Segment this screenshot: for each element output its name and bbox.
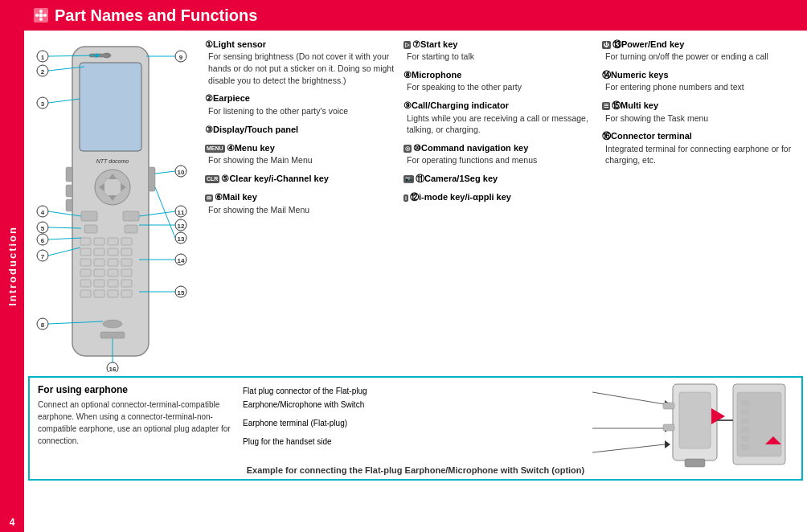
svg-text:12: 12 [178, 223, 185, 230]
svg-rect-34 [80, 269, 91, 276]
svg-rect-18 [81, 211, 97, 221]
svg-rect-117 [741, 444, 749, 450]
svg-rect-25 [121, 238, 132, 245]
svg-rect-31 [94, 259, 104, 266]
svg-rect-19 [123, 211, 139, 221]
svg-text:10: 10 [178, 169, 185, 176]
desc-camera-key: 📷⑪Camera/1Seg key [404, 173, 596, 185]
desc-multi-key: ☰⑮Multi key For showing the Task menu [602, 100, 794, 124]
svg-rect-6 [80, 63, 141, 151]
phone-diagram-area: NTT docomo [28, 39, 197, 372]
svg-rect-114 [741, 418, 749, 424]
desc-display: ③Display/Touch panel [205, 124, 397, 136]
desc-imode-key: i⑫i-mode key/i-αppli key [404, 191, 596, 203]
earphone-diagram-svg [592, 380, 793, 469]
svg-rect-27 [94, 248, 104, 256]
svg-line-79 [155, 171, 175, 174]
svg-rect-15 [66, 185, 72, 197]
svg-rect-16 [66, 199, 72, 211]
svg-rect-41 [121, 280, 132, 287]
svg-text:8: 8 [41, 321, 45, 329]
left-sidebar: Introduction [0, 0, 24, 532]
earphone-caption: Example for connecting the Flat-plug Ear… [30, 465, 801, 475]
page-number: 4 [0, 512, 24, 532]
desc-column-2: ▷⑦Start key For starting to talk ⑧Microp… [404, 39, 602, 372]
svg-rect-29 [121, 248, 132, 256]
svg-line-88 [155, 187, 175, 238]
svg-rect-40 [108, 280, 118, 287]
desc-column-1: ①Light sensor For sensing brightness (Do… [205, 39, 404, 372]
svg-rect-35 [94, 269, 104, 276]
svg-rect-105 [679, 392, 711, 448]
svg-point-1 [39, 10, 43, 13]
main-content: NTT docomo [24, 31, 807, 532]
svg-text:9: 9 [179, 54, 183, 61]
svg-rect-36 [108, 269, 118, 276]
svg-rect-14 [66, 167, 72, 182]
svg-line-98 [592, 392, 665, 404]
desc-mail-key: ✉⑥Mail key For showing the Mail Menu [205, 191, 397, 215]
svg-text:14: 14 [178, 257, 185, 264]
svg-text:3: 3 [41, 100, 45, 108]
svg-text:16: 16 [109, 366, 117, 373]
desc-numeric-keys: ⑭Numeric keys For entering phone numbers… [602, 69, 794, 93]
svg-text:5: 5 [41, 225, 45, 232]
svg-point-9 [103, 178, 122, 197]
desc-call-indicator: ⑨Call/Charging indicator Lights while yo… [404, 100, 596, 136]
svg-text:NTT docomo: NTT docomo [96, 158, 129, 164]
svg-rect-39 [94, 280, 104, 287]
svg-point-3 [35, 14, 39, 17]
svg-text:4: 4 [41, 209, 45, 216]
svg-point-46 [103, 320, 122, 328]
phone-diagram-svg: NTT docomo [28, 39, 193, 372]
desc-command-nav: ◎⑩Command navigation key For operating f… [404, 142, 596, 166]
svg-rect-112 [741, 400, 749, 406]
svg-rect-115 [741, 427, 749, 432]
desc-power-key: ⏻⑬Power/End key For turning on/off the p… [602, 39, 794, 63]
desc-connector-terminal: ⑯Connector terminal Integrated terminal … [602, 130, 794, 166]
svg-rect-26 [80, 248, 91, 256]
svg-text:15: 15 [178, 289, 185, 297]
svg-text:7: 7 [41, 253, 45, 260]
svg-rect-42 [80, 290, 91, 297]
svg-rect-22 [80, 238, 91, 245]
svg-point-2 [39, 18, 43, 21]
svg-rect-113 [741, 409, 749, 415]
svg-rect-38 [80, 280, 91, 287]
svg-rect-43 [94, 290, 104, 297]
svg-marker-109 [711, 408, 725, 424]
desc-light-sensor: ①Light sensor For sensing brightness (Do… [205, 39, 397, 86]
svg-rect-20 [84, 225, 97, 233]
svg-text:6: 6 [41, 237, 45, 244]
svg-rect-44 [108, 290, 118, 297]
svg-rect-32 [108, 259, 118, 266]
upper-section: NTT docomo [24, 31, 807, 376]
desc-earpiece: ②Earpiece For listening to the other par… [205, 92, 397, 117]
desc-clear-key: CLR⑤Clear key/i-Channel key [205, 173, 397, 185]
svg-rect-45 [121, 290, 132, 297]
svg-rect-30 [80, 259, 91, 266]
svg-point-0 [39, 14, 43, 18]
page-title: Part Names and Functions [55, 6, 257, 25]
descriptions-area: ①Light sensor For sensing brightness (Do… [197, 39, 801, 372]
page-header: Part Names and Functions [24, 0, 807, 31]
svg-rect-24 [108, 238, 118, 245]
svg-rect-17 [149, 167, 155, 191]
earphone-title: For using earphone [38, 384, 231, 395]
desc-column-3: ⏻⑬Power/End key For turning on/off the p… [602, 39, 801, 372]
svg-rect-37 [121, 269, 132, 276]
desc-microphone: ⑧Microphone For speaking to the other pa… [404, 69, 596, 93]
svg-marker-103 [665, 440, 670, 448]
svg-point-4 [43, 14, 47, 17]
svg-text:1: 1 [41, 54, 45, 61]
svg-rect-106 [663, 403, 674, 409]
svg-rect-33 [121, 259, 132, 266]
svg-rect-116 [741, 436, 749, 441]
desc-start-key: ▷⑦Start key For starting to talk [404, 39, 596, 63]
flower-icon [34, 8, 48, 23]
svg-rect-23 [94, 238, 104, 245]
svg-rect-21 [125, 225, 137, 233]
svg-text:2: 2 [41, 68, 45, 76]
earphone-diagram: Flat plug connector of the Flat-plugEarp… [231, 384, 793, 461]
sidebar-label: Introduction [6, 226, 18, 306]
